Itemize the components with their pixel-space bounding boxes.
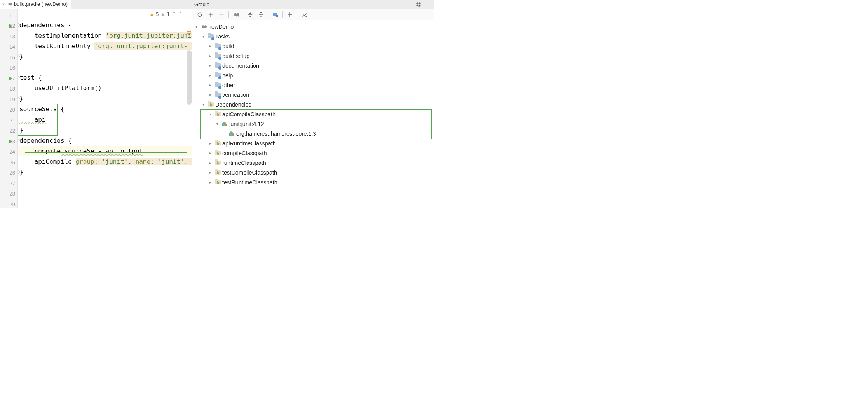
run-gutter-icon[interactable] [9,24,12,28]
tree-node-config[interactable]: testCompileClasspath [192,168,434,177]
offline-mode-icon[interactable] [284,10,295,19]
expand-icon[interactable] [207,63,213,68]
library-folder-icon [214,150,221,156]
tree-label: documentation [222,63,259,69]
expand-icon[interactable] [207,73,213,78]
show-deps-icon[interactable] [270,10,281,19]
library-folder-icon [214,179,221,185]
expand-icon[interactable] [207,180,213,185]
gradle-tree[interactable]: newDemo Tasks build build setup document… [192,20,434,208]
next-highlight-icon[interactable]: ˅ [178,11,182,17]
prev-highlight-icon[interactable]: ˄ [172,11,176,17]
tree-node-dependencies[interactable]: Dependencies [192,100,434,109]
code-line: } [18,125,192,135]
line-number: 16 [10,65,15,71]
stripe-mark[interactable] [187,33,191,34]
run-gutter-icon[interactable] [9,140,12,143]
folder-icon [214,43,221,49]
expand-icon[interactable] [207,92,213,98]
tree-label: Dependencies [215,101,251,108]
tree-node-task[interactable]: verification [192,90,434,100]
expand-icon[interactable] [193,24,199,30]
tree-label: apiCompileClasspath [222,111,275,117]
tree-label: compileClasspath [222,150,267,156]
code-line: } [18,93,192,104]
expand-icon[interactable] [214,121,220,127]
expand-icon[interactable] [200,102,206,107]
tree-node-config[interactable]: apiCompileClasspath [192,109,434,119]
library-folder-icon [214,160,221,166]
expand-icon[interactable] [200,34,206,39]
tree-label: build [222,43,234,49]
tree-label: verification [222,92,249,98]
expand-icon[interactable] [207,150,213,156]
code-area[interactable]: ▲ 5 ▲ 1 ˄ ˅ dependencies { testImplement… [18,9,192,208]
toolbar-separator [297,11,297,18]
tree-node-library[interactable]: org.hamcrest:hamcrest-core:1.3 [192,129,434,138]
tree-node-tasks[interactable]: Tasks [192,31,434,41]
expand-icon[interactable] [207,170,213,175]
line-number: 14 [10,44,15,50]
tab-filename: build.gradle (newDemo) [14,1,68,7]
settings-icon[interactable] [415,2,422,8]
collapse-all-icon[interactable] [256,10,267,19]
expand-icon[interactable] [207,112,213,117]
line-number: 27 [10,180,15,186]
expand-icon[interactable] [207,160,213,166]
line-number: 26 [10,170,15,176]
tree-label: testRuntimeClasspath [222,179,277,185]
run-gutter-icon[interactable] [9,77,12,80]
scrollbar-thumb[interactable] [187,50,192,105]
build-settings-icon[interactable] [299,10,310,19]
code-line [18,177,192,188]
expand-all-icon[interactable] [245,10,256,19]
error-stripe[interactable] [186,9,192,208]
tree-node-task[interactable]: build [192,41,434,51]
hide-toolwindow-icon[interactable]: — [423,1,432,8]
library-icon [221,121,228,127]
expand-icon[interactable] [207,141,213,146]
close-tab-icon[interactable]: × [2,2,5,7]
folder-icon [214,72,221,79]
tree-node-config[interactable]: compileClasspath [192,148,434,158]
gradle-header: Gradle — [192,0,434,9]
tree-node-task[interactable]: documentation [192,61,434,70]
refresh-icon[interactable] [194,10,205,19]
tree-node-config[interactable]: testRuntimeClasspath [192,177,434,187]
expand-icon[interactable] [207,53,213,59]
tree-node-task[interactable]: other [192,80,434,90]
tree-label: runtimeClasspath [222,160,266,166]
add-icon[interactable] [205,10,216,19]
tree-node-library[interactable]: junit:junit:4.12 [192,119,434,129]
line-number: 22 [10,128,15,134]
stripe-mark[interactable] [187,31,191,32]
expand-icon [221,131,227,136]
tree-node-root[interactable]: newDemo [192,22,434,31]
tree-label: build setup [222,53,249,59]
folder-icon [214,82,221,88]
library-icon [228,131,235,137]
gradle-toolbar [192,9,434,20]
weak-warning-count: 1 [167,11,170,17]
tree-label: apiRuntimeClasspath [222,140,276,147]
tree-node-config[interactable]: apiRuntimeClasspath [192,138,434,148]
code-line: useJUnitPlatform() [18,83,192,93]
gradle-task-icon[interactable] [230,10,241,19]
code-line: } [18,167,192,177]
tree-node-task[interactable]: help [192,70,434,80]
folder-icon [214,53,221,59]
expand-icon[interactable] [207,82,213,88]
code-line [18,188,192,198]
tree-node-task[interactable]: build setup [192,51,434,61]
tree-node-config[interactable]: runtimeClasspath [192,158,434,168]
editor-pane: × build.gradle (newDemo) 11 12 13 14 15 … [0,0,192,208]
tree-label: Tasks [215,33,230,40]
remove-icon[interactable] [216,10,227,19]
tree-label: org.hamcrest:hamcrest-core:1.3 [236,131,316,137]
gradle-toolwindow: Gradle — newDemo Tasks build build setu [192,0,434,208]
editor-tab-build-gradle[interactable]: × build.gradle (newDemo) [0,0,71,9]
expand-icon[interactable] [207,44,213,49]
line-number: 11 [10,12,15,18]
toolbar-separator [282,11,283,18]
inspections-widget[interactable]: ▲ 5 ▲ 1 ˄ ˅ [149,11,183,17]
